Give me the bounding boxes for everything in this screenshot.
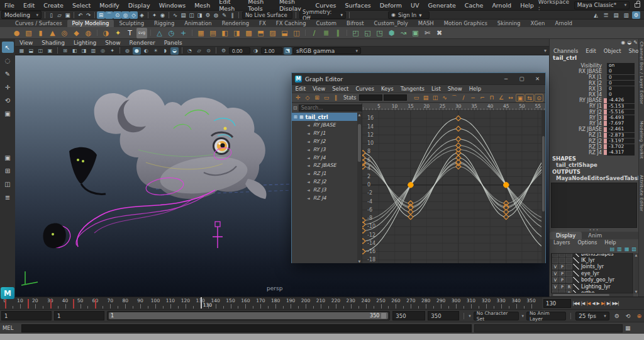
outliner-channel-item[interactable]: ◄RY J4 [292, 154, 362, 162]
menu-select[interactable]: Select [68, 2, 95, 9]
shelf-tab-mash[interactable]: MASH [413, 20, 439, 27]
image-plane-icon[interactable]: ◫ [36, 47, 45, 55]
buffer-snapshot-icon[interactable]: ▣ [516, 94, 525, 102]
step-forward-frame-button[interactable]: ▶| [606, 301, 611, 306]
swap-buffer-icon[interactable]: ⇆ [525, 94, 534, 102]
layer-visible-toggle[interactable] [552, 253, 558, 257]
chevron-down-icon[interactable]: ▾ [469, 314, 471, 319]
outliner-channel-item[interactable]: ◄RZ J1 [292, 169, 362, 178]
channel-row[interactable]: RY JBASE-4.426 [550, 98, 639, 103]
channel-row[interactable]: RX J10 [550, 74, 639, 80]
channel-box-menu-edit[interactable]: Edit [582, 48, 599, 54]
go-to-start-button[interactable]: |◀◀ [572, 301, 580, 306]
safe-action-icon[interactable]: ◎ [99, 47, 107, 55]
uv-editor-icon[interactable]: ▣ [410, 28, 421, 38]
region-key-tool-icon[interactable]: ▭ [322, 94, 331, 102]
channel-row[interactable]: RZ J4-4.317 [550, 150, 639, 156]
menu-file[interactable]: File [0, 2, 19, 9]
dock-tab-channel-box-layer-editor[interactable]: Channel Box / Layer Editor [639, 42, 644, 105]
channel-value[interactable]: -5.153 [607, 104, 635, 110]
workspace-selector[interactable]: Maya Classic* ▾ [574, 1, 630, 9]
type-tool-icon[interactable]: T [125, 28, 135, 38]
shelf-tab-poly-modeling[interactable]: Poly Modeling [67, 20, 114, 27]
channel-value[interactable]: -4.426 [607, 98, 635, 103]
playback-start-field[interactable] [54, 311, 104, 320]
channel-row[interactable]: RZ J2-3.197 [550, 138, 639, 144]
poly-cube-icon[interactable]: ▧ [23, 28, 34, 38]
clamped-tangent-icon[interactable]: ⌒ [450, 94, 458, 102]
channel-value[interactable]: 0 [607, 75, 635, 81]
menu-uv[interactable]: UV [406, 2, 423, 9]
history-clock-icon[interactable]: ⟲ [625, 313, 632, 319]
step-back-frame-button[interactable]: |◀ [580, 301, 586, 306]
film-gate-icon[interactable]: ◧ [70, 47, 79, 55]
layer-row[interactable]: VPJoints_lyr [552, 264, 633, 270]
bookmark-icon[interactable]: ⬓ [27, 47, 35, 55]
bevel-icon[interactable]: ◳ [374, 28, 385, 38]
menu-mesh[interactable]: Mesh [190, 2, 214, 9]
graph-editor-menu-tangents[interactable]: Tangents [397, 86, 428, 92]
textured-icon[interactable]: ◐ [142, 47, 150, 55]
graph-editor-menu-select[interactable]: Select [329, 86, 352, 92]
layer-ref-toggle[interactable] [566, 271, 572, 276]
save-scene-icon[interactable]: ▣ [64, 11, 72, 19]
shelf-tab-custom_poly[interactable]: Custom_Poly [369, 20, 413, 27]
layer-playback-toggle[interactable]: P [559, 284, 565, 290]
layer-ref-toggle[interactable] [566, 277, 572, 283]
offset-edge-loop-icon[interactable]: ∥ [333, 28, 343, 38]
anim-layer-selector[interactable]: No Anim Layer [526, 312, 566, 320]
animation-end-field[interactable] [428, 311, 459, 320]
menu-surfaces[interactable]: Surfaces [341, 2, 375, 9]
playback-end-field[interactable] [392, 311, 425, 320]
quad-draw-icon[interactable]: ◰ [350, 28, 361, 38]
stats-time-field[interactable] [359, 94, 382, 101]
single-pane-layout-button[interactable]: ▣ [2, 152, 14, 163]
layer-visible-toggle[interactable]: V [552, 264, 558, 269]
shelf-tab-xgen[interactable]: XGen [525, 20, 550, 27]
graph-editor-menu-show[interactable]: Show [444, 86, 465, 92]
channel-row[interactable]: RZ J1-2.873 [550, 132, 639, 138]
viewport-menu-lighting[interactable]: Lighting [69, 40, 101, 46]
time-slider[interactable]: 0102030405060708090100110120130140150160… [0, 297, 542, 309]
poly-torus-icon[interactable]: ◎ [59, 28, 70, 38]
insert-edge-loop-icon[interactable]: ≣ [321, 28, 331, 38]
chevron-down-icon[interactable]: ▾ [544, 48, 547, 54]
gear-icon[interactable]: ⚙ [613, 313, 621, 319]
pin-icon[interactable]: ✎ [633, 40, 638, 46]
search-input[interactable] [299, 105, 367, 111]
resolution-gate-icon[interactable]: ◨ [80, 47, 88, 55]
graph-editor-menu-help[interactable]: Help [465, 86, 484, 92]
select-tool-icon[interactable]: ↖ [2, 42, 14, 53]
extract-icon[interactable]: ◧ [219, 28, 230, 38]
lights-icon[interactable]: ☀ [152, 47, 160, 55]
person-icon[interactable]: ◉ [621, 40, 625, 46]
absolute-view-icon[interactable]: ▭ [412, 94, 421, 102]
menu-display[interactable]: Display [124, 2, 155, 9]
play-backwards-button[interactable]: ◀ [591, 301, 596, 306]
plateau-tangent-icon[interactable]: ⊓ [487, 94, 496, 102]
separate-icon[interactable]: ▤ [208, 28, 218, 38]
layer-menu-options[interactable]: Options [574, 240, 601, 246]
render-current-frame-icon[interactable]: ◫ [187, 11, 196, 19]
new-scene-icon[interactable]: ▯ [47, 11, 55, 19]
shelf-tab-fx-caching[interactable]: FX Caching [271, 20, 311, 27]
timeline-playhead[interactable] [201, 297, 202, 309]
range-slider[interactable]: 1 350 [107, 311, 390, 320]
outliner-layout-button[interactable]: ≣ [2, 191, 14, 203]
shelf-tab-rendering[interactable]: Rendering [217, 20, 254, 27]
channel-row[interactable]: RX JBASE0 [550, 69, 639, 74]
layer-playback-toggle[interactable]: P [559, 271, 565, 276]
cut-uv-icon[interactable]: ✄ [422, 28, 433, 38]
layer-list-scrollbar[interactable]: ▲▼ [634, 253, 638, 293]
multi-cut-icon[interactable]: ∕ [309, 28, 319, 38]
layer-color-icon[interactable] [573, 264, 579, 269]
move-nearest-pick-key-icon[interactable]: ✛ [294, 94, 303, 102]
channel-row[interactable]: RX J30 [550, 86, 639, 92]
layer-row[interactable]: IK_lyr [552, 257, 633, 263]
poly-plane-icon[interactable]: ◆ [71, 28, 82, 38]
channel-row[interactable]: RY J2-5.516 [550, 110, 639, 115]
pause-icon[interactable]: ∥ [228, 11, 236, 19]
menu-create[interactable]: Create [39, 2, 68, 9]
two-pane-layout-button[interactable]: ◫ [2, 178, 14, 190]
construction-plane-icon[interactable]: △ [154, 28, 165, 38]
